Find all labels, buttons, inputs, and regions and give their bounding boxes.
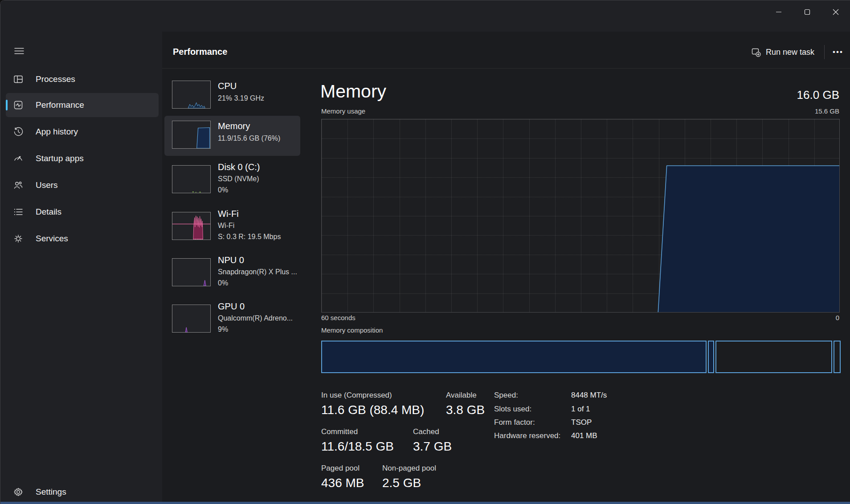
non-paged-pool-value: 2.5 GB — [382, 476, 421, 490]
sidebar-item-performance[interactable]: Performance — [6, 93, 159, 117]
sidebar-item-services[interactable]: Services — [6, 227, 159, 251]
sidebar-item-label: Settings — [36, 487, 66, 497]
composition-segment-standby — [715, 341, 832, 373]
speed-value: 8448 MT/s — [571, 391, 607, 400]
sidebar-item-startup-apps[interactable]: Startup apps — [6, 146, 159, 171]
selection-accent — [6, 100, 8, 110]
memory-detail-title: Memory — [320, 81, 386, 102]
speed-label: Speed: — [494, 391, 518, 400]
sidebar-item-label: Details — [36, 207, 61, 217]
sidebar-item-label: Performance — [36, 100, 84, 110]
memory-usage-chart — [321, 119, 840, 313]
in-use-label: In use (Compressed) — [321, 391, 392, 400]
header-divider-vertical — [824, 45, 825, 59]
header-divider — [162, 68, 850, 69]
perf-item-stat: 21% 3.19 GHz — [218, 94, 264, 102]
cached-value: 3.7 GB — [413, 439, 452, 454]
perf-item-title: NPU 0 — [218, 255, 244, 265]
window-controls — [764, 0, 850, 25]
maximize-button[interactable] — [793, 0, 821, 24]
memory-composition-bar — [321, 341, 841, 373]
committed-label: Committed — [321, 427, 358, 436]
chart-x-right-label: 0 — [836, 314, 839, 321]
paged-pool-value: 436 MB — [321, 476, 364, 490]
perf-item-title: CPU — [218, 81, 237, 91]
sidebar-item-label: App history — [36, 127, 78, 137]
window-plus-icon — [752, 48, 761, 57]
available-label: Available — [446, 391, 477, 400]
sidebar-item-details[interactable]: Details — [6, 200, 159, 224]
performance-icon — [13, 100, 23, 110]
form-factor-label: Form factor: — [494, 418, 535, 427]
perf-item-type: Snapdragon(R) X Plus ... — [218, 268, 297, 276]
app-history-icon — [13, 127, 23, 137]
sidebar-item-app-history[interactable]: App history — [6, 120, 159, 144]
run-new-task-button[interactable]: Run new task — [747, 43, 819, 61]
perf-item-gpu-0[interactable]: GPU 0 Qualcomm(R) Adreno... 9% — [164, 300, 300, 340]
perf-item-title: GPU 0 — [218, 301, 245, 312]
available-value: 3.8 GB — [446, 403, 485, 417]
cached-label: Cached — [413, 427, 439, 436]
sidebar-item-processes[interactable]: Processes — [6, 67, 159, 91]
perf-item-stat: 0% — [218, 186, 228, 194]
paged-pool-label: Paged pool — [321, 464, 360, 473]
perf-item-stat: 9% — [218, 325, 228, 333]
sidebar-item-settings[interactable]: Settings — [6, 480, 159, 504]
sidebar-item-label: Startup apps — [36, 154, 84, 163]
sidebar-item-label: Services — [36, 234, 68, 244]
sidebar-item-label: Users — [36, 180, 58, 190]
gpu-mini-chart — [172, 305, 211, 333]
run-new-task-label: Run new task — [766, 48, 814, 57]
memory-usage-label: Memory usage — [321, 107, 365, 115]
slots-used-value: 1 of 1 — [571, 405, 590, 414]
npu-mini-chart — [172, 258, 211, 286]
perf-item-npu-0[interactable]: NPU 0 Snapdragon(R) X Plus ... 0% — [164, 253, 300, 293]
perf-item-cpu[interactable]: CPU 21% 3.19 GHz — [164, 76, 300, 116]
startup-apps-icon — [13, 154, 23, 163]
perf-item-title: Wi-Fi — [218, 209, 239, 219]
services-icon — [13, 234, 23, 244]
perf-item-disk-0[interactable]: Disk 0 (C:) SSD (NVMe) 0% — [164, 160, 300, 200]
perf-item-memory[interactable]: Memory 11.9/15.6 GB (76%) — [164, 116, 300, 156]
perf-item-stat: 11.9/15.6 GB (76%) — [218, 134, 280, 142]
sidebar-item-label: Processes — [36, 74, 75, 84]
perf-item-stat: 0% — [218, 279, 228, 287]
sidebar-item-users[interactable]: Users — [6, 173, 159, 197]
perf-item-stat: S: 0.3 R: 19.5 Mbps — [218, 233, 281, 241]
perf-item-type: Wi-Fi — [218, 222, 234, 230]
taskbar-edge — [0, 502, 850, 504]
memory-mini-chart — [172, 121, 211, 149]
sidebar: Processes Performance App history Startu… — [0, 0, 162, 504]
wifi-mini-chart — [172, 212, 211, 240]
perf-item-title: Memory — [218, 121, 250, 131]
composition-segment-modified — [708, 341, 714, 373]
committed-value: 11.6/18.5 GB — [321, 439, 394, 454]
chart-x-left-label: 60 seconds — [321, 314, 356, 321]
hardware-reserved-label: Hardware reserved: — [494, 431, 560, 440]
disk-mini-chart — [172, 165, 211, 193]
memory-capacity: 16.0 GB — [797, 88, 839, 102]
hamburger-icon — [14, 47, 24, 55]
perf-item-type: SSD (NVMe) — [218, 175, 259, 183]
settings-gear-icon — [13, 487, 23, 497]
memory-composition-label: Memory composition — [321, 326, 383, 334]
form-factor-value: TSOP — [571, 418, 592, 427]
close-button[interactable] — [821, 0, 850, 24]
composition-segment-in-use — [321, 341, 707, 373]
minimize-button[interactable] — [764, 0, 793, 24]
non-paged-pool-label: Non-paged pool — [382, 464, 436, 473]
perf-item-type: Qualcomm(R) Adreno... — [218, 314, 293, 322]
perf-item-wifi[interactable]: Wi-Fi Wi-Fi S: 0.3 R: 19.5 Mbps — [164, 207, 300, 247]
composition-segment-free — [834, 341, 841, 373]
perf-item-title: Disk 0 (C:) — [218, 162, 260, 172]
users-icon — [13, 180, 23, 190]
cpu-mini-chart — [172, 81, 211, 109]
navigation-menu-button[interactable] — [9, 42, 29, 59]
page-title: Performance — [173, 47, 227, 57]
chart-y-max-label: 15.6 GB — [815, 107, 839, 115]
task-manager-window: Task Manager Processes Performance — [0, 0, 850, 504]
more-options-button[interactable]: ••• — [828, 43, 848, 61]
details-icon — [13, 207, 23, 217]
processes-icon — [13, 74, 23, 84]
in-use-value: 11.6 GB (88.4 MB) — [321, 403, 424, 417]
